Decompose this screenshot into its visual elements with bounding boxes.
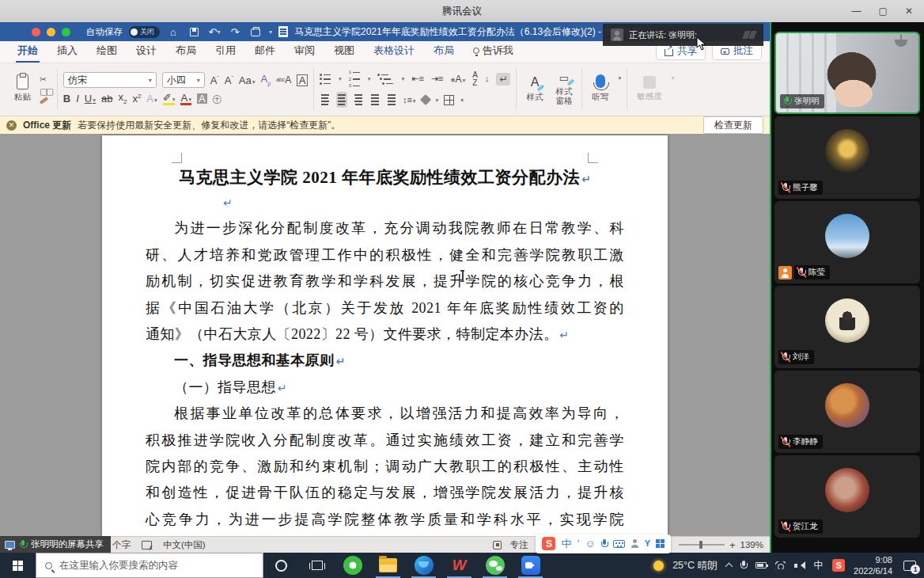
- sogou-emoji-icon[interactable]: ☺: [585, 538, 595, 549]
- save-icon[interactable]: [187, 25, 201, 38]
- tray-mic-icon[interactable]: [740, 561, 747, 570]
- sogou-voice-icon[interactable]: [601, 539, 608, 549]
- distribute-icon[interactable]: [386, 92, 397, 108]
- tab-审阅[interactable]: 审阅: [285, 40, 324, 63]
- sogou-grid-icon[interactable]: [656, 539, 665, 548]
- format-painter-icon[interactable]: [40, 97, 48, 105]
- sogou-apostrophe-icon[interactable]: ’: [577, 538, 579, 549]
- tab-视图[interactable]: 视图: [324, 40, 364, 63]
- sogou-keyboard-icon[interactable]: [613, 540, 625, 548]
- underline-icon[interactable]: U▾: [85, 93, 96, 104]
- sensitivity-button[interactable]: 敏感度: [633, 74, 666, 104]
- start-button[interactable]: [0, 553, 36, 578]
- highlight-icon[interactable]: ✐▾: [163, 93, 176, 105]
- tab-邮件[interactable]: 邮件: [245, 40, 285, 63]
- taskbar-app-browser-360[interactable]: [335, 553, 370, 578]
- asian-layout-icon[interactable]: ⁎A▾: [450, 74, 465, 84]
- tab-引用[interactable]: 引用: [206, 40, 245, 63]
- notification-center-icon[interactable]: 1: [903, 561, 916, 571]
- text-effects-icon[interactable]: A▾: [146, 93, 157, 104]
- tab-布局[interactable]: 布局: [166, 40, 206, 63]
- check-update-button[interactable]: 检查更新: [703, 116, 763, 134]
- char-shading-icon[interactable]: A: [197, 93, 207, 104]
- mac-minimize-icon[interactable]: [47, 28, 55, 36]
- shrink-font-icon[interactable]: Aˇ: [225, 75, 233, 86]
- zoom-level[interactable]: 139%: [740, 540, 763, 549]
- align-left-icon[interactable]: [320, 92, 331, 108]
- volume-icon[interactable]: [794, 561, 805, 570]
- font-color-icon[interactable]: A▾: [180, 93, 191, 105]
- superscript-icon[interactable]: x2: [132, 93, 141, 104]
- outdent-icon[interactable]: ⇤≡: [411, 74, 424, 83]
- autosave-toggle[interactable]: 关闭: [129, 26, 160, 38]
- participant-tile-贺江龙[interactable]: 贺江龙: [774, 455, 920, 538]
- bullet-list-icon[interactable]: [320, 74, 331, 85]
- participant-tile-熊子馨[interactable]: 熊子馨: [774, 116, 920, 199]
- styles-button[interactable]: A 样式: [522, 74, 547, 105]
- wifi-icon[interactable]: [775, 561, 786, 569]
- style-pane-button[interactable]: ▭ 样式窗格: [551, 70, 576, 107]
- tab-表格设计[interactable]: 表格设计: [364, 40, 424, 63]
- proofing-icon[interactable]: [142, 541, 152, 549]
- taskbar-search[interactable]: 在这里输入你要搜索的内容: [36, 553, 263, 578]
- focus-icon[interactable]: [493, 541, 502, 549]
- line-spacing-icon[interactable]: ↕≡▾: [403, 96, 416, 105]
- multilevel-list-icon[interactable]: [377, 74, 393, 85]
- sogou-account-icon[interactable]: [631, 539, 639, 548]
- change-case-icon[interactable]: Aa▾: [239, 75, 256, 86]
- zoom-in-icon[interactable]: +: [729, 539, 736, 551]
- bold-icon[interactable]: B: [63, 93, 70, 104]
- font-name-combo[interactable]: 仿宋▾: [63, 72, 157, 88]
- paste-button[interactable]: 粘贴: [10, 73, 35, 105]
- focus-label[interactable]: 专注: [509, 539, 528, 551]
- sogou-ime-cn-icon[interactable]: 中: [561, 538, 571, 549]
- taskbar-app-wechat[interactable]: [477, 553, 513, 578]
- document-area[interactable]: 马克思主义学院 2021 年年底奖励性绩效工资分配办法↵ ↵为进一步深化分配制度…: [0, 134, 770, 536]
- dictate-button[interactable]: 听写: [588, 73, 612, 105]
- maximize-icon[interactable]: ▢: [879, 6, 888, 16]
- participant-tile-李静静[interactable]: 李静静: [774, 371, 920, 453]
- sogou-sogou-logo-icon[interactable]: S: [542, 537, 555, 550]
- tab-布局[interactable]: 布局: [424, 40, 464, 63]
- taskbar-app-edge[interactable]: [406, 553, 441, 578]
- taskbar-app-tencent-meeting[interactable]: [513, 553, 548, 578]
- redo-icon[interactable]: ↷: [228, 25, 242, 38]
- taskbar-app-file-explorer[interactable]: [370, 553, 406, 578]
- hidden-icons-chevron[interactable]: [725, 563, 733, 571]
- home-icon[interactable]: ⌂: [166, 25, 180, 38]
- phonetic-guide-icon[interactable]: Aρ: [261, 74, 271, 86]
- copy-icon[interactable]: ▢▢: [40, 87, 51, 96]
- justify-icon[interactable]: [369, 92, 381, 108]
- weather-text[interactable]: 25°C 晴朗: [672, 559, 717, 572]
- grow-font-icon[interactable]: Aˆ: [210, 75, 219, 86]
- tab-告诉我[interactable]: 告诉我: [464, 40, 523, 63]
- align-right-icon[interactable]: [353, 92, 364, 108]
- mac-close-icon[interactable]: [32, 28, 40, 36]
- sort-icon[interactable]: AZ: [472, 71, 478, 87]
- indent-icon[interactable]: ⇥≡: [431, 74, 444, 83]
- battery-icon[interactable]: [755, 562, 767, 568]
- document-page[interactable]: 马克思主义学院 2021 年年底奖励性绩效工资分配办法↵ ↵为进一步深化分配制度…: [102, 135, 668, 536]
- ime-indicator[interactable]: 中: [814, 559, 824, 572]
- undo-icon[interactable]: ↶▾: [207, 25, 222, 38]
- cut-icon[interactable]: ✂: [40, 75, 51, 84]
- sogou-skin-icon[interactable]: Y: [645, 539, 650, 548]
- tab-插入[interactable]: 插入: [47, 40, 87, 63]
- sogou-tray-icon[interactable]: S: [832, 559, 845, 572]
- font-size-combo[interactable]: 小四▾: [162, 72, 205, 88]
- task-view-button[interactable]: [299, 553, 335, 578]
- sogou-ime-toolbar[interactable]: S中’☺Y: [536, 534, 671, 553]
- borders-icon[interactable]: [444, 95, 454, 105]
- strikethrough-icon[interactable]: ab: [101, 93, 112, 104]
- print-icon[interactable]: [248, 25, 263, 38]
- zoom-control[interactable]: + 139%: [679, 539, 763, 551]
- tab-绘图[interactable]: 绘图: [87, 40, 127, 63]
- participant-tile-陈莹[interactable]: 陈莹: [774, 201, 920, 283]
- mac-zoom-icon[interactable]: [62, 28, 70, 36]
- align-center-icon[interactable]: [336, 92, 347, 108]
- customize-toolbar-icon[interactable]: ▾: [269, 29, 272, 36]
- char-border-icon[interactable]: A: [297, 74, 308, 86]
- subscript-icon[interactable]: x2: [118, 92, 127, 105]
- participant-tile-张明明[interactable]: 张明明: [774, 32, 920, 114]
- shading-icon[interactable]: [420, 94, 431, 105]
